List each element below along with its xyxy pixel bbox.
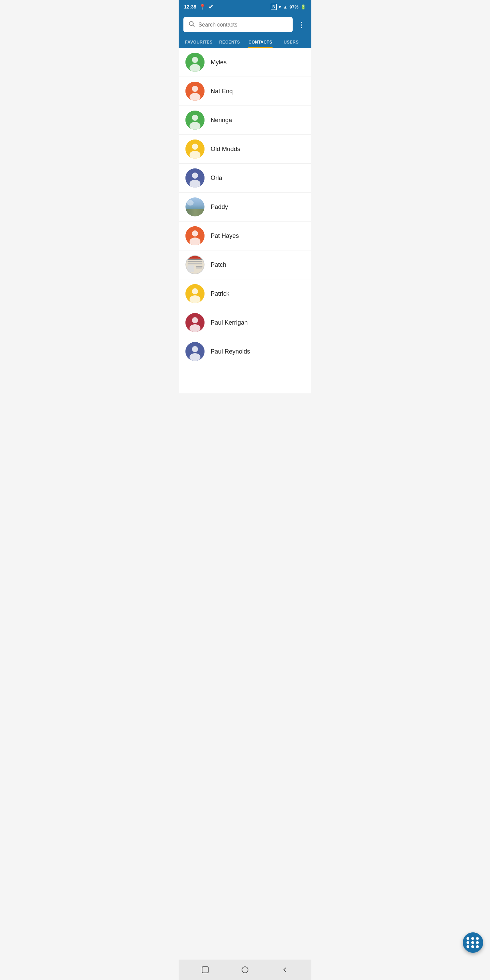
list-item[interactable]: Orla (179, 164, 311, 192)
svg-line-1 (193, 25, 195, 27)
contact-name: Pat Hayes (211, 232, 239, 240)
search-icon (188, 21, 195, 29)
list-item[interactable]: Patch (179, 250, 311, 279)
svg-point-3 (192, 57, 198, 63)
list-item[interactable]: Pat Hayes (179, 221, 311, 250)
status-right: N ▾ ▲ 97% 🔋 (271, 4, 306, 10)
avatar (185, 169, 205, 188)
more-options-icon[interactable]: ⋮ (296, 19, 307, 31)
contact-name: Patch (211, 261, 226, 269)
battery-icon: 🔋 (301, 5, 306, 10)
tab-contacts[interactable]: CONTACTS (245, 36, 276, 48)
svg-point-13 (189, 151, 200, 159)
contact-name: Old Mudds (211, 146, 240, 153)
contact-name: Paul Kerrigan (211, 319, 248, 326)
svg-point-4 (189, 64, 200, 72)
status-left: 12:38 📍 ✔ (184, 4, 213, 10)
tab-recents[interactable]: RECENTS (215, 36, 245, 48)
svg-point-22 (189, 295, 200, 303)
tab-users[interactable]: USERS (276, 36, 307, 48)
svg-point-21 (192, 288, 198, 294)
avatar (185, 140, 205, 159)
avatar (185, 82, 205, 101)
contact-name: Paul Reynolds (211, 348, 250, 355)
list-item[interactable]: Paddy (179, 192, 311, 221)
svg-point-12 (192, 143, 198, 150)
contact-name: Myles (211, 59, 227, 66)
signal-icon: ▲ (283, 5, 288, 10)
list-item[interactable]: Patrick (179, 279, 311, 308)
avatar (185, 111, 205, 130)
contact-name: Paddy (211, 204, 228, 211)
avatar (185, 313, 205, 332)
contact-list: Myles Nat Enq Neringa (179, 48, 311, 393)
list-item[interactable]: Paul Reynolds (179, 337, 311, 366)
svg-point-15 (192, 172, 198, 179)
status-bar: 12:38 📍 ✔ N ▾ ▲ 97% 🔋 (179, 0, 311, 14)
svg-point-0 (189, 21, 193, 25)
tab-favourites[interactable]: FAVOURITES (183, 36, 215, 48)
search-row: ⋮ (183, 17, 307, 32)
nfc-icon: N (271, 4, 277, 10)
svg-point-27 (192, 346, 198, 352)
svg-point-18 (192, 231, 198, 237)
list-item[interactable]: Old Mudds (179, 135, 311, 164)
time-display: 12:38 (184, 4, 196, 10)
avatar (185, 197, 205, 216)
svg-point-28 (189, 353, 200, 361)
contact-name: Neringa (211, 117, 232, 124)
search-box (183, 17, 293, 32)
avatar (185, 284, 205, 303)
battery-percent: 97% (290, 5, 298, 10)
list-item[interactable]: Nat Enq (179, 77, 311, 106)
search-input[interactable] (198, 22, 288, 28)
location-icon: 📍 (199, 4, 206, 10)
check-icon: ✔ (208, 4, 213, 10)
list-item[interactable]: Myles (179, 48, 311, 77)
contact-name: Nat Enq (211, 88, 233, 95)
tab-bar: FAVOURITES RECENTS CONTACTS USERS (183, 36, 307, 48)
avatar (185, 53, 205, 72)
svg-point-16 (189, 180, 200, 188)
svg-point-19 (189, 237, 200, 245)
svg-point-7 (189, 93, 200, 101)
wifi-icon: ▾ (279, 5, 281, 10)
svg-point-6 (192, 86, 198, 92)
avatar (185, 226, 205, 245)
avatar (185, 342, 205, 361)
avatar (185, 255, 205, 274)
svg-point-25 (189, 324, 200, 332)
header: ⋮ FAVOURITES RECENTS CONTACTS USERS (179, 14, 311, 48)
contact-name: Orla (211, 175, 222, 182)
svg-point-10 (189, 122, 200, 130)
svg-point-9 (192, 115, 198, 121)
list-item[interactable]: Paul Kerrigan (179, 308, 311, 337)
svg-point-24 (192, 317, 198, 323)
contact-name: Patrick (211, 290, 229, 298)
list-item[interactable]: Neringa (179, 106, 311, 135)
